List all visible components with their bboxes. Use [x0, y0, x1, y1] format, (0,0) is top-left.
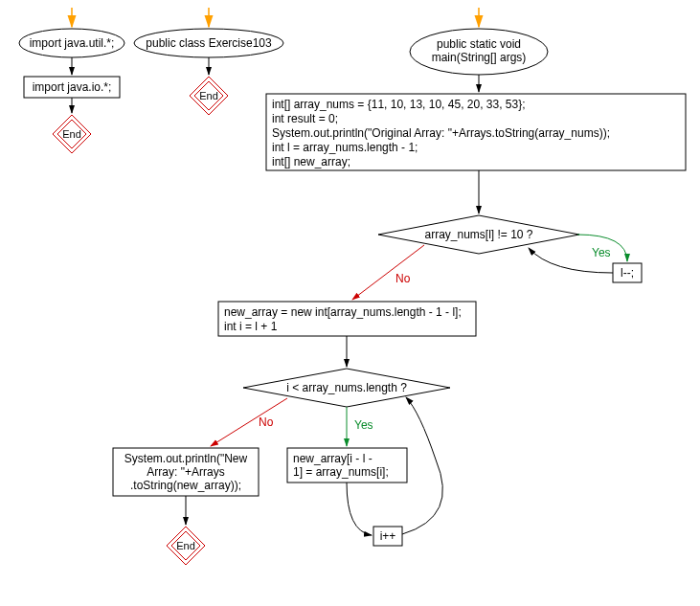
text-print-l2: Array: "+Arrays: [147, 465, 224, 479]
edge: [347, 483, 372, 535]
text-main-l2: main(String[] args): [432, 51, 527, 64]
node-end-3: End: [167, 527, 205, 565]
text-assign-l2: 1] = array_nums[i];: [293, 465, 389, 479]
text-class: public class Exercise103: [146, 36, 272, 50]
text-import-io: import java.io.*;: [33, 80, 112, 94]
text-end-3: End: [176, 540, 195, 551]
text-end-1: End: [62, 128, 81, 140]
text-cond2: i < array_nums.length ?: [286, 381, 407, 394]
text-assign-l1: new_array[i - l -: [293, 452, 373, 465]
text-init-l2: int result = 0;: [272, 112, 338, 125]
edge-loop-2: [402, 397, 442, 534]
label-yes: Yes: [592, 246, 611, 259]
text-import-util: import java.util.*;: [30, 36, 115, 50]
text-main-l1: public static void: [437, 37, 521, 51]
text-init-l4: int l = array_nums.length - 1;: [272, 141, 418, 154]
label-no: No: [395, 272, 411, 285]
edge-no-2: [211, 398, 287, 446]
text-ldec: l--;: [621, 266, 634, 280]
text-cond1: array_nums[l] != 10 ?: [424, 228, 532, 241]
text-init-l1: int[] array_nums = {11, 10, 13, 10, 45, …: [272, 98, 526, 111]
text-newarray-l1: new_array = new int[array_nums.length - …: [224, 305, 462, 319]
label-yes-2: Yes: [354, 418, 373, 432]
label-no-2: No: [259, 415, 274, 429]
node-end-2: End: [190, 77, 228, 115]
text-end-2: End: [199, 90, 218, 101]
text-print-l1: System.out.println("New: [124, 452, 248, 465]
text-print-l3: .toString(new_array));: [130, 479, 241, 492]
text-init-l5: int[] new_array;: [272, 155, 350, 168]
edge-no: [352, 245, 424, 300]
text-newarray-l2: int i = l + 1: [224, 320, 278, 333]
text-init-l3: System.out.println("Original Array: "+Ar…: [272, 126, 610, 140]
node-end-1: End: [53, 115, 91, 153]
text-iinc: i++: [380, 529, 396, 543]
